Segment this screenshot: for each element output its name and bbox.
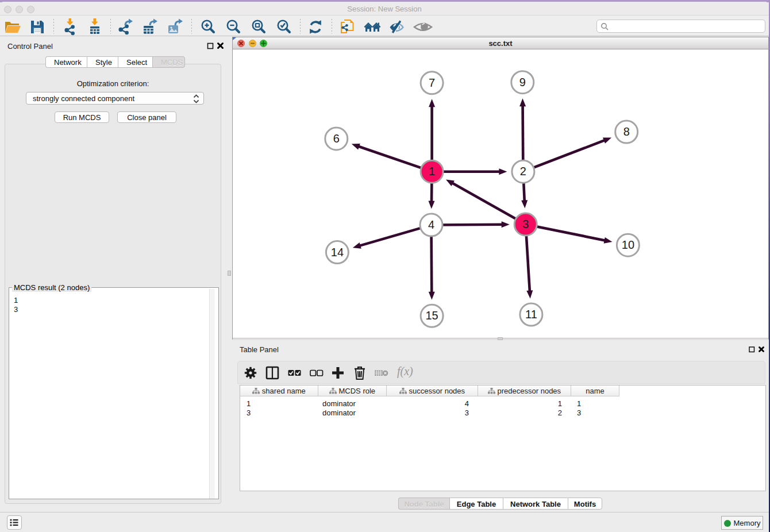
svg-text:6: 6 bbox=[333, 132, 340, 145]
svg-text:1: 1 bbox=[429, 165, 435, 178]
svg-text:7: 7 bbox=[429, 76, 435, 89]
svg-text:4: 4 bbox=[428, 218, 434, 231]
svg-text:2: 2 bbox=[520, 165, 526, 178]
svg-text:11: 11 bbox=[525, 308, 537, 321]
svg-text:9: 9 bbox=[519, 76, 526, 88]
svg-text:3: 3 bbox=[522, 218, 529, 230]
svg-text:8: 8 bbox=[623, 125, 630, 138]
svg-text:15: 15 bbox=[425, 309, 438, 322]
svg-text:10: 10 bbox=[622, 238, 634, 251]
svg-text:14: 14 bbox=[331, 246, 344, 259]
